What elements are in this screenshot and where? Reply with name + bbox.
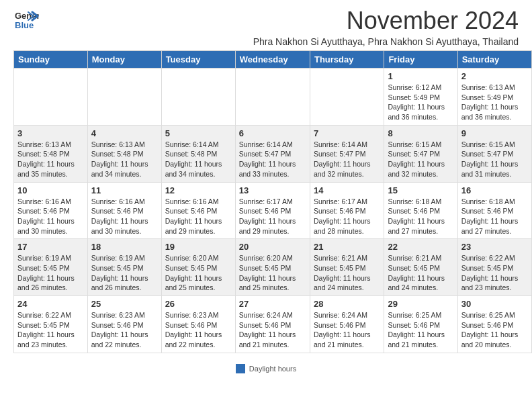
calendar-header: SundayMondayTuesdayWednesdayThursdayFrid… bbox=[14, 51, 532, 68]
calendar-day-cell: 23Sunrise: 6:22 AMSunset: 5:45 PMDayligh… bbox=[457, 239, 531, 296]
day-detail: Sunrise: 6:19 AMSunset: 5:45 PMDaylight:… bbox=[17, 253, 84, 293]
day-number: 18 bbox=[91, 242, 158, 252]
day-of-week-header: Thursday bbox=[310, 51, 384, 68]
calendar-day-cell: 30Sunrise: 6:25 AMSunset: 5:46 PMDayligh… bbox=[457, 296, 531, 353]
day-of-week-header: Wednesday bbox=[235, 51, 310, 68]
calendar-day-cell: 25Sunrise: 6:23 AMSunset: 5:46 PMDayligh… bbox=[87, 296, 161, 353]
calendar-wrapper: SundayMondayTuesdayWednesdayThursdayFrid… bbox=[0, 50, 532, 360]
calendar-day-cell: 27Sunrise: 6:24 AMSunset: 5:46 PMDayligh… bbox=[235, 296, 310, 353]
footer-label: Daylight hours bbox=[249, 365, 296, 373]
day-of-week-header: Tuesday bbox=[161, 51, 235, 68]
calendar-day-cell: 12Sunrise: 6:16 AMSunset: 5:46 PMDayligh… bbox=[161, 182, 235, 239]
day-number: 19 bbox=[165, 242, 232, 252]
day-detail: Sunrise: 6:16 AMSunset: 5:46 PMDaylight:… bbox=[91, 197, 158, 236]
calendar-day-cell bbox=[161, 68, 235, 126]
calendar-day-cell: 18Sunrise: 6:19 AMSunset: 5:45 PMDayligh… bbox=[87, 239, 161, 296]
day-detail: Sunrise: 6:14 AMSunset: 5:48 PMDaylight:… bbox=[165, 140, 232, 179]
calendar-table: SundayMondayTuesdayWednesdayThursdayFrid… bbox=[13, 50, 532, 353]
svg-text:General: General bbox=[15, 11, 39, 21]
day-number: 23 bbox=[461, 242, 528, 252]
day-number: 24 bbox=[17, 299, 84, 309]
svg-text:Blue: Blue bbox=[15, 20, 34, 30]
calendar-day-cell: 3Sunrise: 6:13 AMSunset: 5:48 PMDaylight… bbox=[14, 125, 88, 182]
day-number: 29 bbox=[388, 299, 453, 309]
day-detail: Sunrise: 6:20 AMSunset: 5:45 PMDaylight:… bbox=[239, 253, 306, 293]
day-number: 28 bbox=[314, 299, 380, 309]
day-detail: Sunrise: 6:16 AMSunset: 5:46 PMDaylight:… bbox=[165, 197, 232, 236]
calendar-day-cell: 10Sunrise: 6:16 AMSunset: 5:46 PMDayligh… bbox=[14, 182, 88, 239]
logo-icon: General Blue bbox=[13, 7, 39, 35]
day-number: 8 bbox=[388, 128, 453, 138]
calendar-day-cell: 16Sunrise: 6:18 AMSunset: 5:46 PMDayligh… bbox=[457, 182, 531, 239]
title-section: November 2024 Phra Nakhon Si Ayutthaya, … bbox=[39, 7, 519, 47]
calendar-day-cell: 19Sunrise: 6:20 AMSunset: 5:45 PMDayligh… bbox=[161, 239, 235, 296]
day-detail: Sunrise: 6:15 AMSunset: 5:47 PMDaylight:… bbox=[388, 140, 453, 179]
calendar-day-cell: 2Sunrise: 6:13 AMSunset: 5:49 PMDaylight… bbox=[457, 68, 531, 126]
day-detail: Sunrise: 6:25 AMSunset: 5:46 PMDaylight:… bbox=[461, 310, 528, 350]
footer: Daylight hours bbox=[0, 360, 532, 377]
calendar-day-cell: 6Sunrise: 6:14 AMSunset: 5:47 PMDaylight… bbox=[235, 125, 310, 182]
day-number: 21 bbox=[314, 242, 380, 252]
calendar-day-cell bbox=[87, 68, 161, 126]
header-row: SundayMondayTuesdayWednesdayThursdayFrid… bbox=[14, 51, 532, 68]
calendar-day-cell: 15Sunrise: 6:18 AMSunset: 5:46 PMDayligh… bbox=[384, 182, 457, 239]
day-detail: Sunrise: 6:14 AMSunset: 5:47 PMDaylight:… bbox=[239, 140, 306, 179]
calendar-day-cell: 29Sunrise: 6:25 AMSunset: 5:46 PMDayligh… bbox=[384, 296, 457, 353]
day-of-week-header: Saturday bbox=[457, 51, 531, 68]
day-number: 30 bbox=[461, 299, 528, 309]
day-detail: Sunrise: 6:13 AMSunset: 5:48 PMDaylight:… bbox=[17, 140, 84, 179]
day-detail: Sunrise: 6:17 AMSunset: 5:46 PMDaylight:… bbox=[314, 197, 380, 236]
calendar-day-cell: 4Sunrise: 6:13 AMSunset: 5:48 PMDaylight… bbox=[87, 125, 161, 182]
daylight-swatch bbox=[236, 364, 245, 373]
day-detail: Sunrise: 6:16 AMSunset: 5:46 PMDaylight:… bbox=[17, 197, 84, 236]
calendar-week-row: 10Sunrise: 6:16 AMSunset: 5:46 PMDayligh… bbox=[14, 182, 532, 239]
calendar-day-cell: 13Sunrise: 6:17 AMSunset: 5:46 PMDayligh… bbox=[235, 182, 310, 239]
header: General Blue November 2024 Phra Nakhon S… bbox=[0, 0, 532, 50]
day-number: 12 bbox=[165, 185, 232, 195]
calendar-week-row: 3Sunrise: 6:13 AMSunset: 5:48 PMDaylight… bbox=[14, 125, 532, 182]
day-number: 16 bbox=[461, 185, 528, 195]
day-number: 13 bbox=[239, 185, 306, 195]
day-of-week-header: Monday bbox=[87, 51, 161, 68]
calendar-week-row: 24Sunrise: 6:22 AMSunset: 5:45 PMDayligh… bbox=[14, 296, 532, 353]
calendar-week-row: 1Sunrise: 6:12 AMSunset: 5:49 PMDaylight… bbox=[14, 68, 532, 126]
day-detail: Sunrise: 6:24 AMSunset: 5:46 PMDaylight:… bbox=[314, 310, 380, 350]
day-number: 4 bbox=[91, 128, 158, 138]
calendar-day-cell: 22Sunrise: 6:21 AMSunset: 5:45 PMDayligh… bbox=[384, 239, 457, 296]
calendar-day-cell: 5Sunrise: 6:14 AMSunset: 5:48 PMDaylight… bbox=[161, 125, 235, 182]
day-number: 20 bbox=[239, 242, 306, 252]
day-detail: Sunrise: 6:22 AMSunset: 5:45 PMDaylight:… bbox=[17, 310, 84, 350]
calendar-day-cell: 26Sunrise: 6:23 AMSunset: 5:46 PMDayligh… bbox=[161, 296, 235, 353]
day-number: 2 bbox=[461, 71, 528, 81]
day-detail: Sunrise: 6:18 AMSunset: 5:46 PMDaylight:… bbox=[461, 197, 528, 236]
calendar-day-cell: 21Sunrise: 6:21 AMSunset: 5:45 PMDayligh… bbox=[310, 239, 384, 296]
location-title: Phra Nakhon Si Ayutthaya, Phra Nakhon Si… bbox=[52, 36, 519, 47]
calendar-day-cell: 9Sunrise: 6:15 AMSunset: 5:47 PMDaylight… bbox=[457, 125, 531, 182]
day-detail: Sunrise: 6:23 AMSunset: 5:46 PMDaylight:… bbox=[91, 310, 158, 350]
day-of-week-header: Sunday bbox=[14, 51, 88, 68]
day-detail: Sunrise: 6:22 AMSunset: 5:45 PMDaylight:… bbox=[461, 253, 528, 293]
day-detail: Sunrise: 6:17 AMSunset: 5:46 PMDaylight:… bbox=[239, 197, 306, 236]
calendar-week-row: 17Sunrise: 6:19 AMSunset: 5:45 PMDayligh… bbox=[14, 239, 532, 296]
day-of-week-header: Friday bbox=[384, 51, 457, 68]
calendar-day-cell: 1Sunrise: 6:12 AMSunset: 5:49 PMDaylight… bbox=[384, 68, 457, 126]
day-number: 11 bbox=[91, 185, 158, 195]
day-detail: Sunrise: 6:15 AMSunset: 5:47 PMDaylight:… bbox=[461, 140, 528, 179]
day-number: 25 bbox=[91, 299, 158, 309]
day-detail: Sunrise: 6:19 AMSunset: 5:45 PMDaylight:… bbox=[91, 253, 158, 293]
month-title: November 2024 bbox=[52, 7, 519, 35]
calendar-day-cell bbox=[310, 68, 384, 126]
day-detail: Sunrise: 6:20 AMSunset: 5:45 PMDaylight:… bbox=[165, 253, 232, 293]
day-detail: Sunrise: 6:12 AMSunset: 5:49 PMDaylight:… bbox=[388, 83, 453, 122]
day-number: 22 bbox=[388, 242, 453, 252]
page-container: General Blue November 2024 Phra Nakhon S… bbox=[0, 0, 532, 377]
calendar-day-cell: 7Sunrise: 6:14 AMSunset: 5:47 PMDaylight… bbox=[310, 125, 384, 182]
calendar-day-cell: 11Sunrise: 6:16 AMSunset: 5:46 PMDayligh… bbox=[87, 182, 161, 239]
day-detail: Sunrise: 6:23 AMSunset: 5:46 PMDaylight:… bbox=[165, 310, 232, 350]
day-number: 6 bbox=[239, 128, 306, 138]
day-detail: Sunrise: 6:14 AMSunset: 5:47 PMDaylight:… bbox=[314, 140, 380, 179]
day-detail: Sunrise: 6:21 AMSunset: 5:45 PMDaylight:… bbox=[388, 253, 453, 293]
calendar-day-cell bbox=[14, 68, 88, 126]
calendar-day-cell: 24Sunrise: 6:22 AMSunset: 5:45 PMDayligh… bbox=[14, 296, 88, 353]
day-number: 1 bbox=[388, 71, 453, 81]
